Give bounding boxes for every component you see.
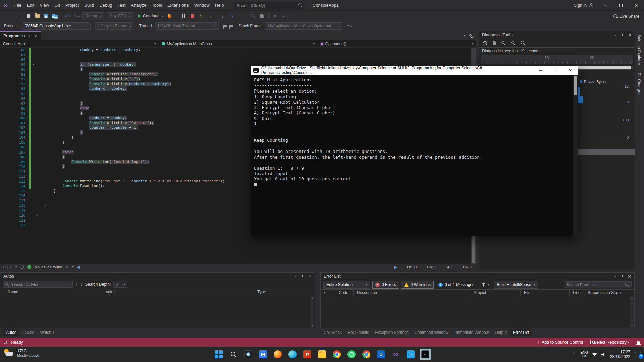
zoom-level[interactable]: 85 %: [3, 265, 12, 269]
spaces-indicator[interactable]: SPC: [445, 265, 453, 269]
tab-call-stack[interactable]: Call Stack: [321, 329, 344, 336]
document-outline-button[interactable]: [258, 12, 266, 20]
error-source-dropdown[interactable]: Build + IntelliSense▾: [494, 281, 538, 289]
new-file-button[interactable]: [24, 12, 33, 20]
column-header-description[interactable]: Description: [354, 290, 470, 296]
pin-icon[interactable]: ⊹: [28, 34, 31, 38]
toolbar-overflow-button[interactable]: ≡▾: [345, 22, 354, 30]
bookmark-button[interactable]: ⚑: [271, 12, 279, 20]
console-window[interactable]: C:\Users\abdul\OneDrive - Sheffield Hall…: [251, 66, 578, 236]
stop-debugging-button[interactable]: [188, 12, 196, 20]
code-line[interactable]: 86 donkey = numberx + numbery;: [0, 48, 471, 53]
autos-scrollbar[interactable]: ▲▼: [310, 296, 314, 328]
tab-immediate-window[interactable]: Immediate Window: [452, 329, 491, 336]
action-center-icon[interactable]: 7: [635, 352, 641, 357]
redo-button[interactable]: ↷▾: [72, 12, 80, 20]
menu-file[interactable]: File: [12, 0, 24, 11]
timeline-scrollbar-thumb[interactable]: [577, 66, 631, 69]
console-output[interactable]: P4CS Mini Applications------------------…: [251, 75, 573, 236]
menu-test[interactable]: Test: [115, 0, 128, 11]
tab-program-cs[interactable]: Program.cs ⊹ ✕: [0, 31, 41, 40]
tab-output[interactable]: Output: [492, 329, 509, 336]
zoom-out-icon[interactable]: [511, 41, 516, 45]
pin-panel-icon[interactable]: [621, 33, 624, 37]
scroll-left-icon[interactable]: ◀: [77, 265, 80, 269]
menu-view[interactable]: View: [37, 0, 52, 11]
taskbar-icon-mail[interactable]: [257, 349, 269, 360]
menu-git[interactable]: Git: [52, 0, 63, 11]
console-close-button[interactable]: ✕: [563, 66, 578, 75]
add-to-source-control-button[interactable]: ↑ Add to Source Control: [538, 340, 583, 345]
navigate-back-button[interactable]: ←: [3, 12, 11, 20]
error-list-search-input[interactable]: [567, 283, 624, 287]
tab-autos[interactable]: Autos: [3, 329, 19, 336]
messages-filter-button[interactable]: i0 of 4 Messages: [436, 281, 477, 289]
tab-locals[interactable]: Locals: [20, 329, 37, 336]
menu-tools[interactable]: Tools: [149, 0, 165, 11]
close-panel-icon[interactable]: ✕: [308, 274, 312, 279]
taskbar-icon-console-host[interactable]: >_: [420, 349, 431, 360]
export-icon[interactable]: [493, 41, 496, 45]
navigate-forward-button[interactable]: →: [11, 12, 19, 20]
column-header-project[interactable]: Project: [470, 290, 521, 296]
quick-search-box[interactable]: [234, 2, 305, 9]
show-next-statement-button[interactable]: →: [206, 12, 214, 20]
clock-widget[interactable]: 17:27 28/10/2022: [610, 350, 630, 359]
panel-position-chevron-icon[interactable]: ▾: [295, 275, 297, 278]
taskbar-icon-chrome[interactable]: [331, 349, 342, 360]
taskbar-icon-firefox[interactable]: [272, 349, 283, 360]
column-header-type[interactable]: Type: [254, 289, 315, 295]
error-list-scrollbar[interactable]: ▲▼: [630, 296, 634, 328]
taskbar-icon-visual-studio[interactable]: ∞: [390, 349, 401, 360]
code-line[interactable]: 88: [0, 57, 471, 62]
menu-window[interactable]: Window: [192, 0, 212, 11]
line-ending-indicator[interactable]: CRLF: [463, 265, 473, 269]
menu-analyze[interactable]: Analyze: [128, 0, 149, 11]
stack-frame-dropdown[interactable]: MyApplication.MainClass.Optionone▾: [265, 22, 343, 30]
column-header-severity[interactable]: ▾: [321, 290, 335, 296]
solution-configuration-dropdown[interactable]: Debug▾: [82, 12, 104, 20]
error-scope-dropdown[interactable]: Entire Solution▾: [323, 281, 370, 289]
scroll-right-icon[interactable]: ▶: [394, 265, 397, 269]
fold-collapse-icon[interactable]: -: [32, 63, 35, 66]
menu-debug[interactable]: Debug: [97, 0, 115, 11]
flag-icon[interactable]: [224, 25, 227, 27]
console-minimize-button[interactable]: ─: [533, 66, 548, 75]
taskbar-icon-vscode[interactable]: ‹›: [405, 349, 416, 360]
taskbar-icon-edge[interactable]: [287, 349, 298, 360]
autos-search-input[interactable]: [11, 282, 68, 286]
step-over-button[interactable]: ↷: [227, 12, 235, 20]
warnings-filter-button[interactable]: 0 Warnings: [401, 281, 434, 289]
minimize-button[interactable]: ─: [598, 0, 613, 11]
flag-outline-icon[interactable]: [230, 25, 233, 27]
panel-position-chevron-icon[interactable]: ▾: [615, 275, 616, 278]
taskbar-icon-whatsapp[interactable]: [346, 349, 357, 360]
taskbar-icon-powerpoint[interactable]: P: [302, 349, 313, 360]
tab-watch-1[interactable]: Watch 1: [37, 329, 57, 336]
errors-filter-button[interactable]: ✕0 Errors: [372, 281, 399, 289]
pin-panel-icon[interactable]: [620, 275, 624, 278]
taskbar-icon-search[interactable]: [228, 349, 239, 360]
background-tasks-icon[interactable]: ⇄: [4, 340, 7, 345]
select-repository-button[interactable]: Select Repository ▾: [590, 340, 629, 345]
step-out-button[interactable]: ↑: [236, 12, 244, 20]
search-options-chevron-icon[interactable]: ▾: [69, 283, 71, 286]
open-file-button[interactable]: [33, 12, 41, 20]
sign-in-button[interactable]: Sign in: [574, 0, 594, 11]
console-title-bar[interactable]: C:\Users\abdul\OneDrive - Sheffield Hall…: [251, 66, 578, 75]
tab-close-icon[interactable]: ✕: [34, 34, 37, 38]
search-depth-dropdown[interactable]: 3▾: [113, 281, 127, 288]
break-all-button[interactable]: [179, 12, 187, 20]
close-button[interactable]: ✕: [629, 0, 644, 11]
zoom-in-icon[interactable]: [501, 41, 506, 45]
breadcrumb-method[interactable]: Optionone()▾: [318, 40, 476, 47]
breadcrumb-project[interactable]: ConsoleApp1▾: [0, 40, 159, 47]
menu-project[interactable]: Project: [63, 0, 82, 11]
close-panel-icon[interactable]: ✕: [628, 33, 632, 38]
column-header-value[interactable]: Value: [102, 289, 254, 295]
reset-view-icon[interactable]: [521, 41, 525, 45]
document-list-chevron-icon[interactable]: ▾: [464, 34, 465, 37]
sidebar-tab-solution-explorer[interactable]: Solution Explorer: [637, 34, 641, 65]
undo-button[interactable]: ↶▾: [64, 12, 72, 20]
sidebar-tab-git-changes[interactable]: Git Changes: [637, 73, 641, 95]
